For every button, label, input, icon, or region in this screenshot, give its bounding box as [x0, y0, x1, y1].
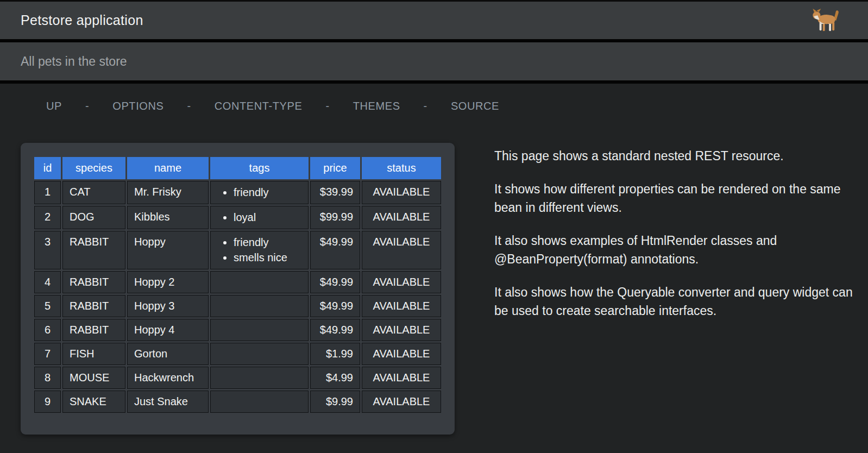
- table-row: 9SNAKEJust Snake$9.99AVAILABLE: [34, 391, 441, 413]
- tag-item: smells nice: [234, 250, 301, 265]
- info-paragraph: It also shows examples of HtmlRender cla…: [494, 231, 853, 268]
- pet-species-cell: SNAKE: [62, 391, 125, 413]
- pet-id-link[interactable]: 9: [45, 395, 51, 407]
- column-header-status: status: [362, 157, 441, 179]
- main-content: UP - OPTIONS - CONTENT-TYPE - THEMES - S…: [0, 84, 868, 435]
- nav-link-themes[interactable]: THEMES: [353, 100, 400, 112]
- nav-separator: -: [187, 100, 191, 112]
- status-badge: AVAILABLE: [362, 206, 441, 229]
- info-paragraph: This page shows a standard nested REST r…: [494, 147, 853, 165]
- table-row: 2DOGKibblesloyal$99.99AVAILABLE: [34, 206, 441, 229]
- pet-id-link[interactable]: 7: [45, 348, 51, 360]
- pet-name-cell: Mr. Frisky: [127, 181, 209, 204]
- cat-icon: [810, 7, 841, 33]
- tag-item: loyal: [234, 210, 301, 225]
- pet-id-link[interactable]: 4: [45, 276, 51, 288]
- pet-species-cell: CAT: [62, 181, 125, 204]
- pet-tags-cell: [210, 295, 309, 317]
- tags-list: friendlysmells nice: [217, 235, 301, 265]
- table-row: 6RABBITHoppy 4$49.99AVAILABLE: [34, 319, 441, 341]
- pet-id-cell: 7: [34, 343, 61, 365]
- pet-tags-cell: loyal: [210, 206, 309, 229]
- pet-id-cell: 3: [34, 231, 61, 269]
- status-badge: AVAILABLE: [362, 231, 441, 269]
- pet-id-link[interactable]: 5: [45, 300, 51, 312]
- pet-id-cell: 8: [34, 367, 61, 389]
- nav-separator: -: [85, 100, 89, 112]
- pet-species-cell: FISH: [62, 343, 125, 365]
- pet-species-cell: RABBIT: [62, 295, 125, 317]
- pet-id-cell: 1: [34, 181, 61, 204]
- nav-link-source[interactable]: SOURCE: [451, 100, 499, 112]
- pet-tags-cell: [210, 271, 309, 293]
- pet-price-cell: $39.99: [310, 181, 360, 204]
- pet-species-cell: MOUSE: [62, 367, 125, 389]
- nav-link-content-type[interactable]: CONTENT-TYPE: [215, 100, 303, 112]
- page-subtitle: All pets in the store: [21, 54, 127, 69]
- pet-price-cell: $4.99: [310, 367, 360, 389]
- tag-item: friendly: [234, 185, 301, 200]
- pet-name-cell: Just Snake: [127, 391, 209, 413]
- app-header: Petstore application: [0, 0, 868, 39]
- column-header-id: id: [34, 157, 61, 179]
- info-paragraph: It shows how different properties can be…: [494, 180, 853, 217]
- pet-id-cell: 4: [34, 271, 61, 293]
- pets-table-panel: idspeciesnametagspricestatus 1CATMr. Fri…: [21, 143, 455, 435]
- pet-name-cell: Hoppy 2: [127, 271, 209, 293]
- pet-tags-cell: [210, 343, 309, 365]
- pet-price-cell: $9.99: [310, 391, 360, 413]
- table-row: 3RABBITHoppyfriendlysmells nice$49.99AVA…: [34, 231, 441, 269]
- pet-id-cell: 2: [34, 206, 61, 229]
- toolbar-nav: UP - OPTIONS - CONTENT-TYPE - THEMES - S…: [0, 84, 868, 112]
- pet-price-cell: $49.99: [310, 319, 360, 341]
- status-badge: AVAILABLE: [362, 295, 441, 317]
- pet-name-cell: Hoppy 4: [127, 319, 209, 341]
- pet-name-cell: Kibbles: [127, 206, 209, 229]
- status-badge: AVAILABLE: [362, 343, 441, 365]
- page-title: Petstore application: [21, 12, 143, 28]
- pet-species-cell: RABBIT: [62, 271, 125, 293]
- tags-list: loyal: [217, 210, 301, 225]
- table-header-row: idspeciesnametagspricestatus: [34, 157, 441, 179]
- pet-tags-cell: [210, 391, 309, 413]
- info-paragraph: It also shows how the Queryable converte…: [494, 283, 853, 320]
- status-badge: AVAILABLE: [362, 271, 441, 293]
- pet-id-link[interactable]: 8: [45, 372, 51, 383]
- pet-id-link[interactable]: 6: [45, 324, 51, 336]
- pet-id-link[interactable]: 3: [45, 236, 51, 248]
- pet-price-cell: $49.99: [310, 271, 360, 293]
- status-badge: AVAILABLE: [362, 181, 441, 204]
- content-row: idspeciesnametagspricestatus 1CATMr. Fri…: [0, 143, 868, 435]
- pet-id-link[interactable]: 1: [45, 186, 51, 198]
- column-header-tags: tags: [210, 157, 309, 179]
- pet-name-cell: Gorton: [127, 343, 209, 365]
- pet-name-cell: Hoppy: [127, 231, 209, 269]
- pet-price-cell: $49.99: [310, 231, 360, 269]
- column-header-price: price: [310, 157, 360, 179]
- pet-id-cell: 6: [34, 319, 61, 341]
- status-badge: AVAILABLE: [362, 391, 441, 413]
- nav-link-options[interactable]: OPTIONS: [112, 100, 163, 112]
- table-row: 4RABBITHoppy 2$49.99AVAILABLE: [34, 271, 441, 293]
- tags-list: friendly: [217, 185, 301, 200]
- nav-link-up[interactable]: UP: [46, 100, 62, 112]
- pet-species-cell: DOG: [62, 206, 125, 229]
- pet-id-cell: 5: [34, 295, 61, 317]
- status-badge: AVAILABLE: [362, 367, 441, 389]
- pet-id-cell: 9: [34, 391, 61, 413]
- pet-tags-cell: friendly: [210, 181, 309, 204]
- nav-separator: -: [325, 100, 329, 112]
- info-text: This page shows a standard nested REST r…: [494, 147, 853, 335]
- tag-item: friendly: [234, 235, 301, 250]
- pet-species-cell: RABBIT: [62, 231, 125, 269]
- pets-table-body: 1CATMr. Friskyfriendly$39.99AVAILABLE2DO…: [34, 181, 441, 413]
- status-badge: AVAILABLE: [362, 319, 441, 341]
- column-header-species: species: [62, 157, 125, 179]
- pet-tags-cell: [210, 367, 309, 389]
- nav-separator: -: [424, 100, 427, 112]
- pet-id-link[interactable]: 2: [45, 211, 51, 223]
- page-description-bar: All pets in the store: [0, 42, 868, 80]
- pet-price-cell: $49.99: [310, 295, 360, 317]
- pet-price-cell: $99.99: [310, 206, 360, 229]
- pet-price-cell: $1.99: [310, 343, 360, 365]
